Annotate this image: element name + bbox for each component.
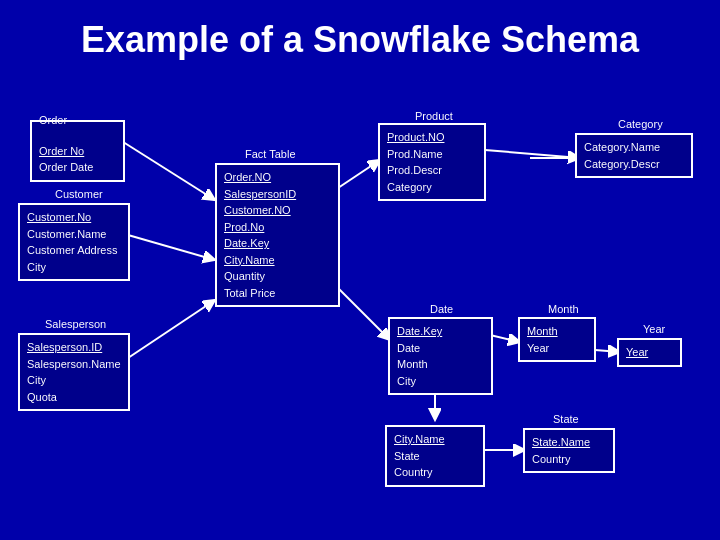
product-label: Product — [415, 110, 453, 122]
order-box: Order Order No Order Date — [30, 120, 125, 182]
order-no-field: Order No — [39, 143, 116, 160]
year-year-field: Year — [626, 344, 673, 361]
customer-box: Customer.No Customer.Name Customer Addre… — [18, 203, 130, 281]
year-label: Year — [643, 323, 665, 335]
fact-prod-no-field: Prod.No — [224, 219, 331, 236]
page-title: Example of a Snowflake Schema — [0, 0, 720, 71]
month-year-field: Year — [527, 340, 587, 357]
month-month-field: Month — [527, 323, 587, 340]
month-box: Month Year — [518, 317, 596, 362]
order-date-field: Order Date — [39, 159, 116, 176]
salesperson-city-field: City — [27, 372, 121, 389]
svg-line-7 — [490, 335, 520, 342]
svg-line-1 — [120, 140, 215, 200]
date-label: Date — [430, 303, 453, 315]
state-label: State — [553, 413, 579, 425]
customer-label: Customer — [55, 188, 103, 200]
customer-name-field: Customer.Name — [27, 226, 121, 243]
order-label: Order — [39, 112, 116, 129]
fact-table-label: Fact Table — [245, 148, 296, 160]
product-box: Product.NO Prod.Name Prod.Descr Category — [378, 123, 486, 201]
state-box: State.Name Country — [523, 428, 615, 473]
salesperson-label: Salesperson — [45, 318, 106, 330]
svg-line-3 — [128, 300, 215, 358]
customer-address-field: Customer Address — [27, 242, 121, 259]
category-name-field: Category.Name — [584, 139, 684, 156]
category-descr-field: Category.Descr — [584, 156, 684, 173]
svg-line-6 — [335, 285, 390, 340]
customer-no-field: Customer.No — [27, 209, 121, 226]
svg-line-4 — [335, 160, 380, 190]
date-key-field: Date.Key — [397, 323, 484, 340]
category-label: Category — [618, 118, 663, 130]
fact-date-key-field: Date.Key — [224, 235, 331, 252]
prod-category-field: Category — [387, 179, 477, 196]
fact-order-no-field: Order.NO — [224, 169, 331, 186]
city-state-field: State — [394, 448, 476, 465]
fact-table-box: Order.NO SalespersonID Customer.NO Prod.… — [215, 163, 340, 307]
salesperson-name-field: Salesperson.Name — [27, 356, 121, 373]
fact-salesperson-id-field: SalespersonID — [224, 186, 331, 203]
fact-city-name-field: City.Name — [224, 252, 331, 269]
salesperson-box: Salesperson.ID Salesperson.Name City Quo… — [18, 333, 130, 411]
prod-descr-field: Prod.Descr — [387, 162, 477, 179]
fact-quantity-field: Quantity — [224, 268, 331, 285]
salesperson-id-field: Salesperson.ID — [27, 339, 121, 356]
month-label: Month — [548, 303, 579, 315]
city-box: City.Name State Country — [385, 425, 485, 487]
date-box: Date.Key Date Month City — [388, 317, 493, 395]
city-country-field: Country — [394, 464, 476, 481]
fact-customer-no-field: Customer.NO — [224, 202, 331, 219]
state-name-field: State.Name — [532, 434, 606, 451]
category-box: Category.Name Category.Descr — [575, 133, 693, 178]
customer-city-field: City — [27, 259, 121, 276]
state-country-field: Country — [532, 451, 606, 468]
prod-name-field: Prod.Name — [387, 146, 477, 163]
svg-line-5 — [485, 150, 580, 158]
fact-total-price-field: Total Price — [224, 285, 331, 302]
city-name-field: City.Name — [394, 431, 476, 448]
date-date-field: Date — [397, 340, 484, 357]
salesperson-quota-field: Quota — [27, 389, 121, 406]
product-no-field: Product.NO — [387, 129, 477, 146]
svg-line-2 — [128, 235, 215, 260]
date-month-field: Month — [397, 356, 484, 373]
year-box: Year — [617, 338, 682, 367]
date-city-field: City — [397, 373, 484, 390]
